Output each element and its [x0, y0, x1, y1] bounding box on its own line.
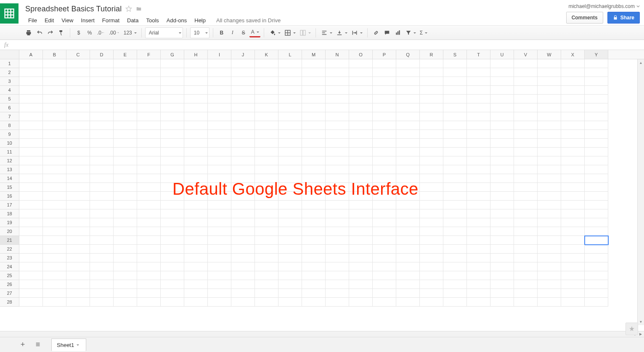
cell-A9[interactable]: [19, 130, 43, 139]
cell-H7[interactable]: [184, 112, 208, 121]
cell-G7[interactable]: [161, 112, 184, 121]
cell-I17[interactable]: [208, 201, 231, 209]
cell-N27[interactable]: [326, 289, 349, 298]
cell-Q28[interactable]: [396, 298, 420, 307]
cell-M27[interactable]: [302, 289, 326, 298]
cell-R6[interactable]: [420, 103, 443, 112]
cell-N14[interactable]: [326, 174, 349, 183]
cell-H6[interactable]: [184, 103, 208, 112]
cell-T28[interactable]: [467, 298, 490, 307]
cell-C15[interactable]: [66, 183, 90, 192]
cell-B5[interactable]: [43, 95, 66, 103]
cell-Y20[interactable]: [585, 227, 608, 236]
cell-R13[interactable]: [420, 165, 443, 174]
cell-I3[interactable]: [208, 77, 231, 86]
cell-W9[interactable]: [538, 130, 561, 139]
cell-Q7[interactable]: [396, 112, 420, 121]
cell-R5[interactable]: [420, 95, 443, 103]
cell-H10[interactable]: [184, 139, 208, 148]
cell-C21[interactable]: [66, 236, 90, 245]
cell-J26[interactable]: [231, 280, 255, 289]
cell-C19[interactable]: [66, 218, 90, 227]
cell-S6[interactable]: [443, 103, 467, 112]
cell-M22[interactable]: [302, 245, 326, 254]
cell-P15[interactable]: [373, 183, 396, 192]
cell-N26[interactable]: [326, 280, 349, 289]
cell-P23[interactable]: [373, 254, 396, 262]
cell-C8[interactable]: [66, 121, 90, 130]
cell-X25[interactable]: [561, 271, 585, 280]
cell-E10[interactable]: [114, 139, 137, 148]
cell-Y11[interactable]: [585, 148, 608, 156]
cell-Y28[interactable]: [585, 298, 608, 307]
cell-J9[interactable]: [231, 130, 255, 139]
currency-button[interactable]: $: [74, 27, 84, 38]
scroll-down-icon[interactable]: ▼: [638, 318, 644, 325]
cell-I5[interactable]: [208, 95, 231, 103]
cell-E1[interactable]: [114, 59, 137, 68]
cell-J8[interactable]: [231, 121, 255, 130]
cell-L12[interactable]: [278, 156, 302, 165]
cell-B23[interactable]: [43, 254, 66, 262]
cell-D2[interactable]: [90, 68, 114, 77]
cell-Q5[interactable]: [396, 95, 420, 103]
cell-U1[interactable]: [490, 59, 514, 68]
cell-Y12[interactable]: [585, 156, 608, 165]
cell-G21[interactable]: [161, 236, 184, 245]
cell-K9[interactable]: [255, 130, 278, 139]
cell-C13[interactable]: [66, 165, 90, 174]
col-header-Y[interactable]: Y: [585, 50, 608, 59]
cell-O7[interactable]: [349, 112, 373, 121]
cell-F17[interactable]: [137, 201, 161, 209]
cell-X18[interactable]: [561, 209, 585, 218]
cell-R11[interactable]: [420, 148, 443, 156]
cell-P6[interactable]: [373, 103, 396, 112]
row-header-5[interactable]: 5: [0, 95, 19, 103]
cell-K6[interactable]: [255, 103, 278, 112]
cell-U22[interactable]: [490, 245, 514, 254]
add-sheet-button[interactable]: +: [17, 339, 29, 351]
cell-T24[interactable]: [467, 262, 490, 271]
cell-E28[interactable]: [114, 298, 137, 307]
cell-R3[interactable]: [420, 77, 443, 86]
cell-D21[interactable]: [90, 236, 114, 245]
cell-W25[interactable]: [538, 271, 561, 280]
cell-J27[interactable]: [231, 289, 255, 298]
cell-X23[interactable]: [561, 254, 585, 262]
cell-N16[interactable]: [326, 192, 349, 201]
cell-U2[interactable]: [490, 68, 514, 77]
cell-C18[interactable]: [66, 209, 90, 218]
cell-R20[interactable]: [420, 227, 443, 236]
cell-V20[interactable]: [514, 227, 538, 236]
cell-L3[interactable]: [278, 77, 302, 86]
cell-I22[interactable]: [208, 245, 231, 254]
cell-L25[interactable]: [278, 271, 302, 280]
cell-Y21[interactable]: [585, 236, 608, 245]
cell-H24[interactable]: [184, 262, 208, 271]
cell-F15[interactable]: [137, 183, 161, 192]
cell-N1[interactable]: [326, 59, 349, 68]
cell-D12[interactable]: [90, 156, 114, 165]
cell-P9[interactable]: [373, 130, 396, 139]
cell-B22[interactable]: [43, 245, 66, 254]
cell-G17[interactable]: [161, 201, 184, 209]
folder-icon[interactable]: [135, 6, 142, 12]
col-header-O[interactable]: O: [349, 50, 373, 59]
cell-G10[interactable]: [161, 139, 184, 148]
cell-J19[interactable]: [231, 218, 255, 227]
cell-K11[interactable]: [255, 148, 278, 156]
cell-W18[interactable]: [538, 209, 561, 218]
cell-W8[interactable]: [538, 121, 561, 130]
cell-E25[interactable]: [114, 271, 137, 280]
cell-O22[interactable]: [349, 245, 373, 254]
cell-R7[interactable]: [420, 112, 443, 121]
cell-R4[interactable]: [420, 86, 443, 95]
share-button[interactable]: Share: [607, 12, 640, 24]
cell-G28[interactable]: [161, 298, 184, 307]
cell-I24[interactable]: [208, 262, 231, 271]
cell-W15[interactable]: [538, 183, 561, 192]
cell-M24[interactable]: [302, 262, 326, 271]
col-header-G[interactable]: G: [161, 50, 184, 59]
menu-help[interactable]: Help: [191, 16, 209, 25]
col-header-U[interactable]: U: [490, 50, 514, 59]
